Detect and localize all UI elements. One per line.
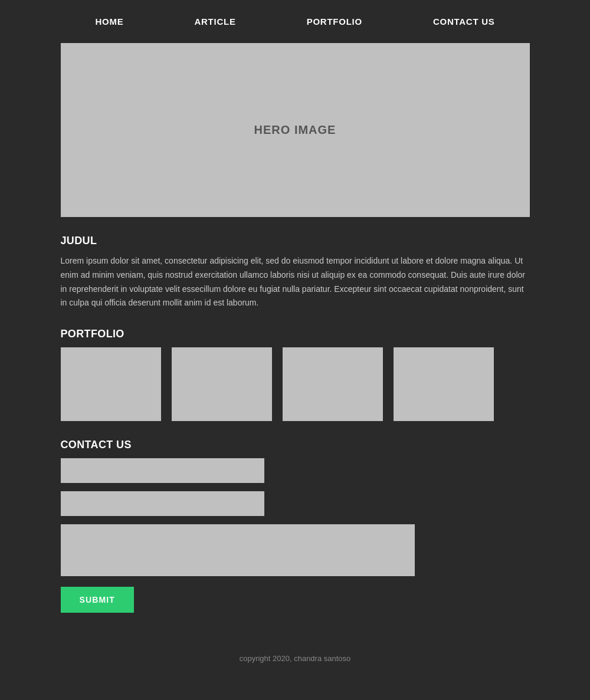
portfolio-item-2[interactable] [172,347,272,421]
hero-label: HERO IMAGE [254,123,336,137]
portfolio-item-1[interactable] [61,347,161,421]
submit-button[interactable]: SUBMIT [61,587,134,613]
footer-text: copyright 2020, chandra santoso [240,654,351,663]
article-title: JUDUL [61,235,530,247]
footer: copyright 2020, chandra santoso [0,636,590,675]
article-body: Lorem ipsum dolor sit amet, consectetur … [61,254,530,310]
main-nav: HOME ARTICLE PORTFOLIO CONTACT US [0,0,590,43]
contact-message-textarea[interactable] [61,524,415,576]
contact-section: CONTACT US SUBMIT [61,439,530,613]
contact-title: CONTACT US [61,439,530,451]
portfolio-item-4[interactable] [394,347,494,421]
nav-portfolio[interactable]: PORTFOLIO [271,11,398,32]
nav-contact-us[interactable]: CONTACT US [398,11,530,32]
portfolio-item-3[interactable] [283,347,383,421]
portfolio-grid [61,347,530,421]
article-section: JUDUL Lorem ipsum dolor sit amet, consec… [61,235,530,310]
hero-image: HERO IMAGE [61,43,530,217]
contact-name-input[interactable] [61,458,264,483]
portfolio-section: PORTFOLIO [61,328,530,421]
content-section: JUDUL Lorem ipsum dolor sit amet, consec… [61,217,530,613]
nav-home[interactable]: HOME [60,11,159,32]
portfolio-title: PORTFOLIO [61,328,530,340]
nav-article[interactable]: ARTICLE [159,11,271,32]
contact-email-input[interactable] [61,491,264,516]
